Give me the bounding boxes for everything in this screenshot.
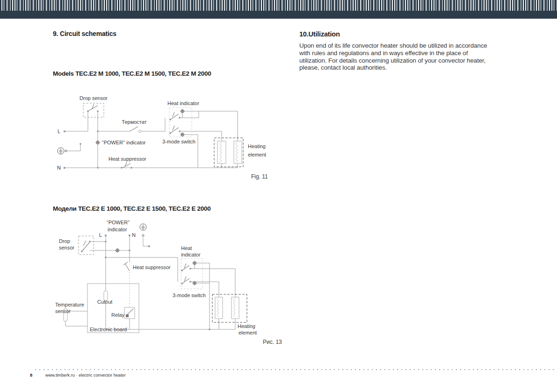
manual-page: 9. Circuit schematics Models TEC.E2 M 10… [0, 0, 557, 392]
fig13-cutout-label: Cutout [97, 299, 112, 305]
page-number: 8 [30, 372, 32, 378]
utilization-line: please, contact local authorities. [299, 64, 487, 71]
fig11-schematic: Drop sensor L N Термостат “POWER” indica… [54, 88, 272, 181]
fig13-temperature-label-line2: sensor [55, 308, 71, 314]
fig13-drop-sensor-box [79, 236, 94, 255]
fig11-heater-elements [217, 141, 242, 164]
fig11-heat-suppressor-label: Heat suppressor [109, 156, 146, 162]
utilization-paragraph: Upon end of its life convector heater sh… [299, 42, 487, 71]
fig11-heating-label-line1: Heating [248, 143, 266, 149]
fig11-heating-label-line2: element [248, 152, 266, 157]
fig13-wires [65, 235, 235, 329]
fig13-power-indicator-lamp [116, 249, 120, 253]
fig13-drop-sensor-label-line2: sensor [59, 245, 74, 250]
fig13-line-label: L [99, 232, 102, 238]
fig13-relay-label: Relay [111, 312, 125, 318]
fig13-heating-label-line1: Heating [238, 323, 255, 329]
fig13-relay-component [124, 307, 135, 319]
fig11-thermostat-contact [138, 130, 141, 132]
fig11-wires [65, 111, 238, 168]
fig13-caption: Рис. 13 [263, 339, 282, 345]
fig11-power-indicator-lamp [96, 141, 100, 145]
fig13-heating-label-line2: element [239, 330, 257, 335]
fig13-temperature-label-line1: Temperature [55, 302, 84, 307]
fig13-schematic: “POWER” indicator L N Drop sensor Heat s… [52, 215, 286, 348]
fig11-heat-indicator-lamp-top [181, 109, 185, 114]
fig13-heat-indicator-lamp-top [193, 261, 197, 265]
utilization-line: utilization. For details concerning util… [299, 57, 487, 64]
fig13-mode-switch-label: 3-mode switch [173, 292, 206, 298]
banner-stripe-pattern [0, 0, 557, 11]
fig13-heat-indicator-label-line1: Heat [181, 245, 192, 251]
fig13-power-label-line1: “POWER” [107, 220, 130, 225]
fig11-mode-switch-box [169, 107, 192, 137]
fig11-drop-sensor-label: Drop sensor [80, 95, 108, 101]
fig11-power-indicator-label: “POWER” indicator [102, 140, 146, 145]
section-9-title: 9. Circuit schematics [53, 30, 116, 37]
fig13-power-label-line2: indicator [108, 227, 127, 232]
fig13-electronic-board-label: Electronic board [90, 327, 127, 332]
fig13-neutral-label: N [132, 232, 136, 238]
utilization-line: with rules and regulations and in ways e… [299, 50, 487, 57]
fig11-line-label: L [58, 128, 60, 134]
fig13-heater-elements [215, 297, 239, 319]
fig11-heat-indicator-label: Heat indicator [167, 100, 199, 106]
footer-dotted-rule [35, 369, 557, 370]
footer-site-text: www.timberk.ru · electric convector heat… [45, 373, 126, 378]
top-banner [0, 0, 557, 19]
models-e-heading: Модели TEC.E2 E 1000, TEC.E2 E 1500, TEC… [53, 205, 210, 212]
fig11-caption: Fig. 11 [251, 173, 268, 180]
fig13-heat-suppressor-label: Heat suppressor [133, 264, 171, 270]
fig11-thermostat-label: Термостат [122, 119, 146, 125]
fig13-drop-sensor-label-line1: Drop [59, 238, 70, 244]
fig11-heat-indicator-lamp-bottom [181, 133, 185, 137]
models-m-heading: Models TEC.E2 M 1000, TEC.E2 M 1500, TEC… [53, 70, 211, 77]
fig13-ground-icon [140, 224, 146, 236]
fig13-switch-levers [82, 241, 189, 284]
fig11-mode-switch-label: 3-mode switch [162, 139, 195, 144]
fig13-heat-indicator-label-line2: indicator [181, 252, 201, 257]
utilization-line: Upon end of its life convector heater sh… [299, 42, 487, 50]
fig11-neutral-label: N [57, 165, 61, 171]
fig11-ground-icon [58, 148, 67, 154]
section-10-title: 10.Utilization [299, 30, 340, 38]
